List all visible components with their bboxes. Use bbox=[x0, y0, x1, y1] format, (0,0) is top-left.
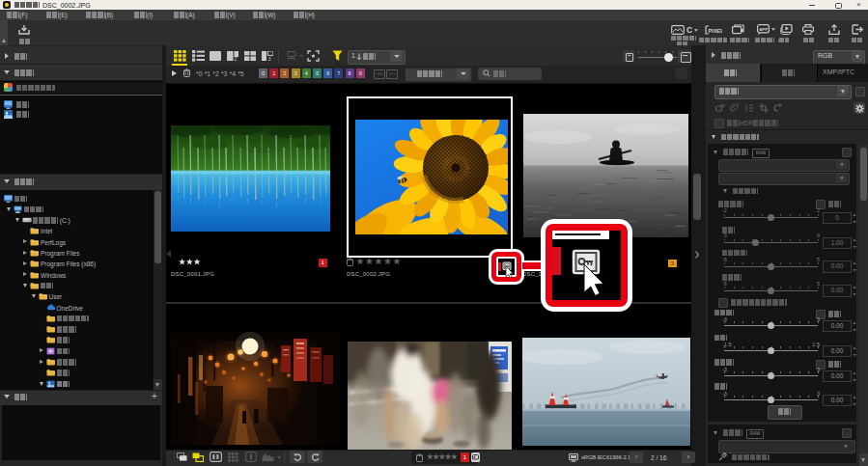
svg-text:2: 2 bbox=[235, 56, 238, 61]
svg-text:3: 3 bbox=[268, 56, 271, 61]
svg-text:APP: APP bbox=[759, 27, 768, 32]
svg-text:PIXEL: PIXEL bbox=[709, 28, 722, 34]
